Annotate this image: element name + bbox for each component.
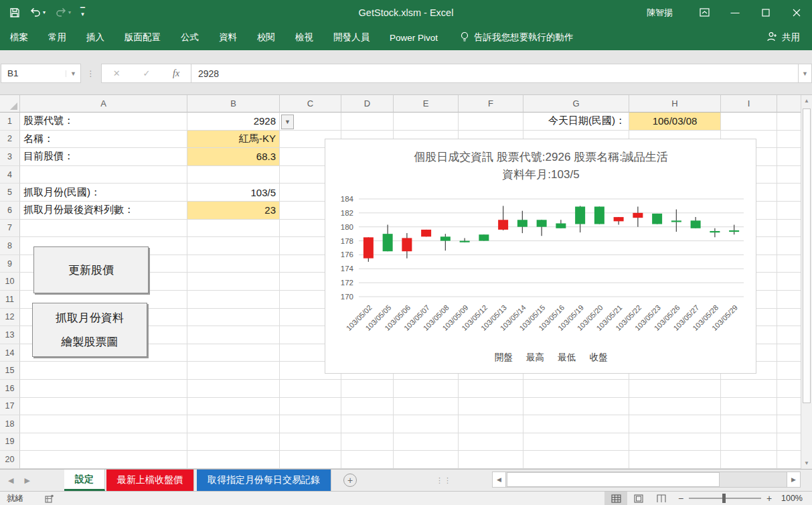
cell-stub[interactable]: [777, 451, 801, 469]
row-header-16[interactable]: 16: [0, 380, 20, 398]
cell-A16[interactable]: [20, 380, 187, 398]
cell-D17[interactable]: [341, 398, 394, 416]
cell-F1[interactable]: [459, 113, 523, 131]
user-name[interactable]: 陳智揚: [631, 7, 689, 19]
formula-input[interactable]: 2928: [191, 64, 799, 83]
cell-I16[interactable]: [721, 380, 777, 398]
cell-B2[interactable]: 紅馬-KY: [187, 131, 280, 149]
horizontal-scroll-track[interactable]: [506, 472, 787, 488]
cell-C19[interactable]: [280, 433, 341, 451]
cell-A2[interactable]: 名稱：: [20, 131, 187, 149]
cell-I19[interactable]: [721, 433, 777, 451]
cell-stub[interactable]: [777, 202, 801, 220]
row-header-17[interactable]: 17: [0, 398, 20, 416]
cell-E19[interactable]: [394, 433, 459, 451]
cell-C20[interactable]: [280, 451, 341, 469]
column-header-D[interactable]: D: [341, 95, 394, 113]
cell-I18[interactable]: [721, 415, 777, 433]
cell-G20[interactable]: [523, 451, 629, 469]
share-button[interactable]: 共用: [766, 31, 812, 44]
column-header-A[interactable]: A: [20, 95, 187, 113]
column-header-F[interactable]: F: [459, 95, 523, 113]
add-sheet-button[interactable]: +: [343, 474, 357, 487]
close-button[interactable]: [781, 0, 812, 25]
cell-H19[interactable]: [629, 433, 721, 451]
update-price-button[interactable]: 更新股價: [33, 246, 149, 293]
sheet-tab-1[interactable]: 最新上檔收盤價: [106, 470, 194, 491]
view-page-layout-button[interactable]: [627, 492, 650, 505]
formula-bar-expand-icon[interactable]: ▼: [799, 64, 812, 83]
cell-G19[interactable]: [523, 433, 629, 451]
cell-D18[interactable]: [341, 415, 394, 433]
row-header-7[interactable]: 7: [0, 220, 20, 238]
cell-F19[interactable]: [459, 433, 523, 451]
cell-B8[interactable]: [187, 237, 280, 255]
cell-A1[interactable]: 股票代號：: [20, 113, 187, 131]
cell-stub[interactable]: [777, 166, 801, 184]
row-header-5[interactable]: 5: [0, 184, 20, 202]
cell-E1[interactable]: [394, 113, 459, 131]
cell-I1[interactable]: [721, 113, 777, 131]
cell-H16[interactable]: [629, 380, 721, 398]
row-header-1[interactable]: 1: [0, 113, 20, 131]
ribbon-display-options-button[interactable]: [689, 0, 720, 25]
ribbon-tab-view[interactable]: 檢視: [285, 25, 323, 50]
cell-D16[interactable]: [341, 380, 394, 398]
cell-B6[interactable]: 23: [187, 202, 280, 220]
cell-stub[interactable]: [777, 291, 801, 309]
cell-F16[interactable]: [459, 380, 523, 398]
tabbar-splitter[interactable]: ⋮⋮: [436, 476, 452, 485]
undo-dropdown-icon[interactable]: ▾: [43, 9, 46, 15]
sheet-tab-0[interactable]: 設定: [64, 470, 105, 491]
cell-B7[interactable]: [187, 220, 280, 238]
scroll-down-icon[interactable]: ▼: [801, 457, 812, 469]
row-header-19[interactable]: 19: [0, 433, 20, 451]
row-header-10[interactable]: 10: [0, 273, 20, 291]
row-header-8[interactable]: 8: [0, 237, 20, 255]
cell-stub[interactable]: [777, 273, 801, 291]
column-header-C[interactable]: C: [280, 95, 341, 113]
cell-E17[interactable]: [394, 398, 459, 416]
row-header-11[interactable]: 11: [0, 291, 20, 309]
cell-I17[interactable]: [721, 398, 777, 416]
view-page-break-button[interactable]: [650, 492, 673, 505]
enter-icon[interactable]: ✓: [143, 68, 150, 78]
row-header-2[interactable]: 2: [0, 131, 20, 149]
ribbon-tab-developer[interactable]: 開發人員: [323, 25, 380, 50]
row-header-6[interactable]: 6: [0, 202, 20, 220]
cell-A6[interactable]: 抓取月份最後資料列數：: [20, 202, 187, 220]
cell-stub[interactable]: [777, 255, 801, 273]
cell-A20[interactable]: [20, 451, 187, 469]
horizontal-scroll-thumb[interactable]: [507, 472, 720, 487]
cell-A18[interactable]: [20, 415, 187, 433]
zoom-slider[interactable]: [689, 498, 761, 499]
cell-D19[interactable]: [341, 433, 394, 451]
zoom-slider-thumb[interactable]: [722, 494, 726, 503]
row-header-4[interactable]: 4: [0, 166, 20, 184]
cell-A4[interactable]: [20, 166, 187, 184]
cell-A19[interactable]: [20, 433, 187, 451]
cell-C18[interactable]: [280, 415, 341, 433]
column-header-B[interactable]: B: [187, 95, 280, 113]
cell-A7[interactable]: [20, 220, 187, 238]
cell-stub[interactable]: [777, 131, 801, 149]
cell-B13[interactable]: [187, 326, 280, 344]
cell-stub[interactable]: [777, 433, 801, 451]
cell-B16[interactable]: [187, 380, 280, 398]
row-header-9[interactable]: 9: [0, 255, 20, 273]
cell-stub[interactable]: [777, 380, 801, 398]
cell-E20[interactable]: [394, 451, 459, 469]
cell-B17[interactable]: [187, 398, 280, 416]
horizontal-scrollbar[interactable]: ◀ ▶: [492, 472, 801, 488]
undo-button[interactable]: ▾: [29, 7, 46, 17]
cell-B18[interactable]: [187, 415, 280, 433]
cell-B9[interactable]: [187, 255, 280, 273]
cell-stub[interactable]: [777, 309, 801, 327]
cell-B1[interactable]: 2928: [187, 113, 280, 131]
view-normal-button[interactable]: [604, 492, 627, 505]
row-header-13[interactable]: 13: [0, 326, 20, 344]
cell-stub[interactable]: [777, 415, 801, 433]
cell-I20[interactable]: [721, 451, 777, 469]
cell-D20[interactable]: [341, 451, 394, 469]
cell-A3[interactable]: 目前股價：: [20, 148, 187, 166]
